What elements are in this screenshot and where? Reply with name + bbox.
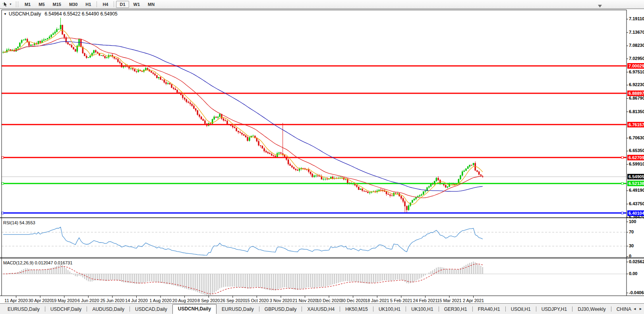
ma-fast-line	[3, 31, 483, 204]
line-handle[interactable]	[2, 156, 4, 158]
rsi-pane	[2, 227, 627, 255]
chart-tab-GBPUSD-Daily[interactable]: GBPUSD,Daily	[259, 304, 302, 314]
rsi-indicator-label: RSI(14) 54.3553	[3, 220, 35, 225]
main-price-pane	[2, 18, 627, 213]
date-tick-label: 19 May 2020	[52, 298, 77, 303]
date-tick-label: 20 Aug 2020	[172, 298, 197, 303]
price-line-badge-6.52138: 6.52138	[627, 181, 644, 186]
date-tick-label: 2 Apr 2021	[463, 298, 484, 303]
chart-tab-UK100-H1[interactable]: UK100,H1	[373, 304, 406, 314]
rsi-tick-label: 70	[629, 229, 634, 234]
line-handle[interactable]	[621, 212, 623, 214]
date-tick-label: 14 Jul 2020	[125, 298, 148, 303]
price-tick-label: 6.65350	[629, 148, 644, 153]
chart-tab-CHINA300-H1[interactable]: CHINA300,H1	[611, 304, 631, 314]
chart-tab-AUDUSD-Daily[interactable]: AUDUSD,Daily	[87, 304, 130, 314]
date-tick-label: 8 Sep 2020	[197, 298, 220, 303]
macd-tick-label: 0.00	[629, 271, 637, 276]
price-tick-label: 7.08230	[629, 43, 644, 48]
line-handle[interactable]	[2, 212, 4, 214]
date-tick-label: 1 Aug 2020	[149, 298, 172, 303]
date-tick-label: 5 Feb 2021	[390, 298, 412, 303]
chart-tab-bar: EURUSD,DailyUSDCHF,DailyAUDUSD,DailyUSDC…	[0, 303, 644, 314]
price-tick-label: 6.86790	[629, 96, 644, 100]
chart-tab-FRA40-H1[interactable]: FRA40,H1	[473, 304, 505, 314]
price-tick-label: 6.97510	[629, 69, 644, 74]
date-tick-label: 21 Nov 2020	[292, 298, 317, 303]
chart-tab-HK50-M15[interactable]: HK50,M15	[340, 304, 373, 314]
chart-tab-USDCHF-Daily[interactable]: USDCHF,Daily	[45, 304, 87, 314]
current-price-badge: 6.54905	[627, 174, 644, 179]
date-tick-label: 3 Nov 2020	[270, 298, 292, 303]
date-tick-label: 6 Jun 2020	[77, 298, 99, 303]
chart-tab-EURUSD-Daily[interactable]: EURUSD,Daily	[217, 304, 259, 314]
macd-pane	[2, 262, 627, 296]
price-line-badge-6.88897: 6.88897	[627, 91, 644, 96]
line-handle[interactable]	[621, 156, 623, 158]
line-handle[interactable]	[2, 183, 4, 185]
chart-tab-DJ30-Weekly[interactable]: DJ30,Weekly	[572, 304, 611, 314]
chart-tab-USDJPY-H1[interactable]: USDJPY,H1	[536, 304, 572, 314]
price-line-badge-7.00029: 7.00029	[627, 63, 644, 69]
date-tick-label: 11 Apr 2020	[4, 298, 28, 303]
date-tick-label: 24 Feb 2021	[413, 298, 438, 303]
price-tick-label: 6.59910	[629, 162, 644, 166]
price-tick-label: 7.13670	[629, 30, 644, 35]
date-tick-label: 30 Dec 2020	[341, 298, 366, 303]
rsi-tick-label: 30	[629, 243, 634, 248]
tabs-scroll-left-icon[interactable]: ◄	[633, 307, 636, 311]
chart-tabs: EURUSD,DailyUSDCHF,DailyAUDUSD,DailyUSDC…	[0, 304, 631, 314]
macd-histogram	[3, 262, 483, 296]
date-tick-label: 30 Apr 2020	[29, 298, 52, 303]
chart-tab-EURUSD-Daily[interactable]: EURUSD,Daily	[2, 304, 45, 314]
rsi-line	[3, 227, 483, 255]
price-tick-label: 6.43750	[629, 201, 644, 206]
price-tick-label: 7.19110	[629, 16, 644, 21]
price-tick-label: 6.49190	[629, 188, 644, 193]
chart-tab-UK100-H1[interactable]: UK100,H1	[406, 304, 438, 314]
ma-medium-line	[3, 38, 483, 198]
indicator-collapse-icon[interactable]: ▼	[4, 12, 7, 16]
date-tick-label: 25 Jun 2020	[101, 298, 125, 303]
line-handle[interactable]	[621, 183, 623, 185]
ma-slow-line	[3, 42, 483, 192]
date-tick-label: 26 Sep 2020	[220, 298, 245, 303]
price-line-badge-6.62709: 6.62709	[627, 155, 644, 160]
price-line-badge-6.76157: 6.76157	[627, 122, 644, 127]
tabs-scroll-right-icon[interactable]: ►	[639, 307, 642, 311]
price-tick-label: 6.81350	[629, 109, 644, 114]
chart-symbol-period: USDCNH,Daily	[9, 11, 41, 17]
macd-indicator-label: MACD(12,26,9) 0.012047 0.016731	[3, 260, 72, 265]
chart-tab-XAUUSD-H4[interactable]: XAUUSD,H4	[302, 304, 340, 314]
chart-plot-area[interactable]	[0, 0, 644, 314]
rsi-tick-label: 100	[629, 219, 636, 224]
price-line-badge-6.40104: 6.40104	[627, 210, 644, 216]
price-tick-label: 7.02950	[629, 56, 644, 61]
rsi-tick-label: 0	[629, 254, 631, 258]
date-tick-label: 15 Mar 2021	[437, 298, 462, 303]
macd-tick-label: -0.040687	[629, 290, 644, 295]
chart-tab-USOil-H1[interactable]: USOil,H1	[506, 304, 536, 314]
mt4-chart-window: ▼ M1M5M15M30H1H4D1W1MN ▼USDCNH,Daily6.54…	[0, 0, 644, 314]
price-tick-label: 6.70630	[629, 135, 644, 140]
chart-title: ▼USDCNH,Daily6.54964 6.55422 6.54490 6.5…	[4, 11, 118, 17]
macd-tick-label: 0.025623	[629, 259, 644, 264]
chart-tab-USDCNH-Daily[interactable]: USDCNH,Daily	[172, 304, 217, 314]
date-tick-label: 15 Oct 2020	[245, 298, 269, 303]
chart-tab-GER30-H1[interactable]: GER30,H1	[439, 304, 472, 314]
date-tick-label: 18 Jan 2021	[365, 298, 389, 303]
date-tick-label: 10 Dec 2020	[317, 298, 341, 303]
chart-tab-USDCAD-Daily[interactable]: USDCAD,Daily	[130, 304, 172, 314]
price-tick-label: 6.92230	[629, 82, 644, 87]
chart-ohlc-values: 6.54964 6.55422 6.54490 6.54905	[44, 11, 118, 17]
